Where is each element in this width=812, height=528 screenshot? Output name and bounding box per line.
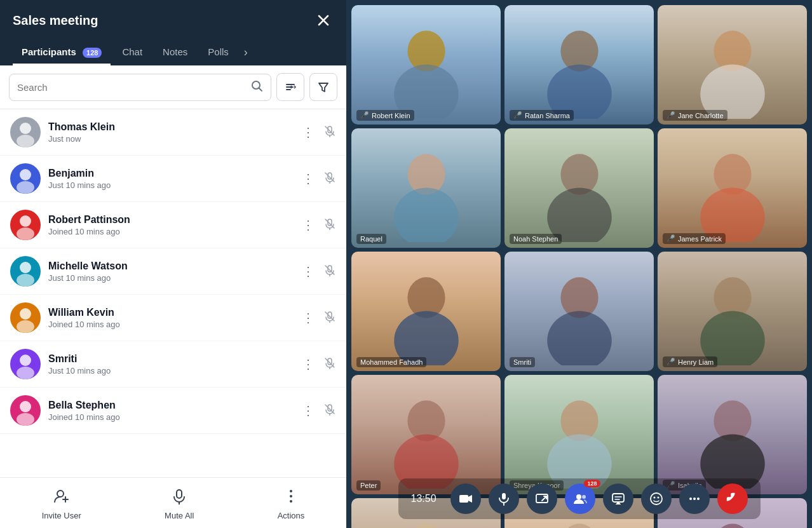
microphone-toggle-button[interactable] [489,484,519,514]
end-call-button[interactable] [717,484,748,514]
filter-button[interactable] [309,73,337,101]
participant-name: Robert Pattinson [48,214,290,226]
video-toggle-button[interactable] [450,484,481,514]
avatar [10,210,41,240]
call-controls-bar: 13:50 [398,478,761,519]
chat-button[interactable] [603,484,633,514]
video-label: 🎤 Ratan Sharma [510,110,574,121]
svg-point-95 [693,498,696,500]
video-feed [351,252,501,371]
mute-all-button[interactable]: Mute All [154,485,204,523]
list-item: Smriti Just 10 mins ago ⋮ [0,341,346,388]
participants-badge: 128 [83,48,102,58]
more-options-button[interactable] [679,484,710,514]
more-options-button[interactable]: ⋮ [298,215,318,235]
participant-time: Just 10 mins ago [48,180,290,190]
participants-button[interactable]: 128 [565,484,595,514]
video-cell: 🎤 Jane Charlotte [658,5,807,125]
more-options-button[interactable]: ⋮ [298,168,318,189]
mic-icon: 🎤 [667,111,675,119]
video-label: Mohammed Fahadh [356,357,426,367]
mute-icon [323,403,336,419]
video-cell: Mohammed Fahadh [351,252,501,371]
participant-time: Just now [48,134,290,144]
tab-polls[interactable]: Polls [199,40,238,65]
list-item: William Kevin Joined 10 mins ago ⋮ [0,295,346,341]
video-cell: 🎤 Ratan Sharma [504,5,654,125]
svg-point-34 [17,367,34,379]
invite-user-label: Invite User [42,511,81,520]
svg-rect-46 [177,490,182,498]
tab-participants[interactable]: Participants 128 [13,40,111,65]
svg-point-38 [20,401,31,412]
mute-icon [323,264,336,280]
video-label: 🎤 Henry Liam [663,356,717,367]
svg-point-77 [560,524,598,528]
invite-user-button[interactable]: Invite User [32,485,91,523]
participant-time: Joined 10 mins ago [48,412,290,422]
participant-info: Michelle Watson Just 10 mins ago [48,261,290,283]
search-input-wrap [9,74,271,101]
participant-time: Joined 10 mins ago [48,227,290,236]
video-feed [504,5,654,125]
video-cell: 🎤 James Patrick [658,128,807,248]
more-options-button[interactable]: ⋮ [298,261,318,281]
avatar [10,256,41,287]
mute-icon [323,310,336,326]
tab-chat[interactable]: Chat [113,40,151,65]
video-label: Smriti [510,357,535,367]
left-panel: Sales meeting Participants 128 Chat Note… [0,0,346,528]
search-icon-button[interactable] [250,79,263,95]
more-options-button[interactable]: ⋮ [298,308,318,328]
video-grid: 🎤 Robert Klein 🎤 Ratan Sharma [351,5,807,528]
svg-point-24 [17,274,34,287]
tab-bar: Participants 128 Chat Notes Polls › [13,39,334,65]
call-timer: 13:50 [411,493,443,504]
mic-icon: 🎤 [667,358,675,366]
close-button[interactable] [313,10,334,30]
video-feed [504,252,654,371]
video-label: Noah Stephen [510,234,562,244]
video-cell: 🎤 Robert Klein [351,5,501,125]
svg-point-9 [17,135,34,147]
more-options-button[interactable]: ⋮ [298,354,318,374]
participants-count-badge: 128 [584,480,600,487]
reactions-button[interactable] [641,484,672,514]
participant-time: Just 10 mins ago [48,273,290,283]
video-cell: Peter [351,375,501,494]
participant-info: Robert Pattinson Joined 10 mins ago [48,214,290,236]
svg-point-14 [17,181,34,194]
actions-button[interactable]: Actions [267,485,315,523]
share-screen-button[interactable] [527,484,557,514]
mic-icon: 🎤 [667,234,675,243]
svg-point-50 [290,500,292,503]
svg-point-19 [17,227,34,240]
more-options-button[interactable]: ⋮ [298,400,318,421]
svg-point-96 [697,498,700,500]
sort-button[interactable] [276,73,304,101]
mute-icon [323,217,336,233]
avatar [10,302,41,333]
svg-point-33 [20,355,31,366]
meeting-title: Sales meeting [13,13,98,28]
tabs-more-button[interactable]: › [240,39,252,65]
svg-rect-82 [502,493,506,499]
participant-name: William Kevin [48,307,290,318]
tab-notes[interactable]: Notes [154,40,196,65]
video-cell: Noah Stephen [504,128,654,248]
participant-info: Thomas Klein Just now [48,121,290,144]
svg-point-58 [394,188,459,242]
video-feed [351,375,501,494]
avatar [10,117,41,147]
microphone-icon [171,488,187,508]
svg-point-94 [689,498,692,500]
video-cell: Shreya Kapoor [504,375,654,494]
svg-point-48 [290,490,292,492]
participant-actions: ⋮ [298,400,336,421]
more-options-button[interactable]: ⋮ [298,122,318,142]
svg-point-39 [17,413,34,426]
video-feed [658,375,807,494]
search-input[interactable] [17,82,245,93]
participant-info: Bella Stephen Joined 10 mins ago [48,400,290,422]
svg-point-18 [20,215,31,227]
